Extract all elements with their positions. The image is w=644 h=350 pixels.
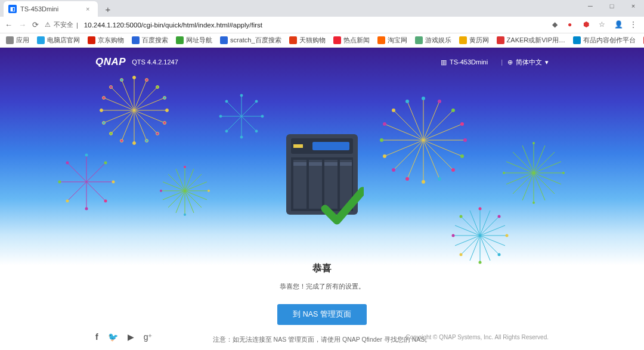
extension-icon[interactable]: ◆ xyxy=(552,20,562,30)
svg-point-83 xyxy=(225,100,228,103)
svg-point-108 xyxy=(438,177,441,181)
bookmark-favicon xyxy=(459,36,467,44)
svg-point-75 xyxy=(240,94,243,97)
congrats-title: 恭喜 xyxy=(0,262,644,275)
svg-point-115 xyxy=(383,122,386,126)
firework-decoration xyxy=(215,89,268,143)
window-maximize-icon[interactable]: □ xyxy=(605,2,619,10)
tab-close-icon[interactable]: × xyxy=(86,5,93,13)
window-close-icon[interactable]: × xyxy=(626,2,640,10)
divider: | xyxy=(501,58,503,66)
bookmark-favicon xyxy=(176,36,184,44)
svg-line-55 xyxy=(168,174,185,191)
svg-line-2 xyxy=(134,87,157,110)
bookmark-item[interactable]: ZAKER或新VIP用… xyxy=(497,36,565,45)
svg-point-42 xyxy=(85,207,88,210)
window-minimize-icon[interactable]: ─ xyxy=(583,2,597,10)
bookmark-label: 淘宝网 xyxy=(388,36,407,45)
svg-line-36 xyxy=(86,182,106,201)
svg-point-159 xyxy=(460,215,463,218)
svg-rect-163 xyxy=(293,144,303,148)
svg-point-66 xyxy=(184,213,186,216)
watermark: 值 什么值得买 xyxy=(571,325,636,344)
bookmark-item[interactable]: 网址导航 xyxy=(176,36,212,45)
language-selector[interactable]: ⊕ 简体中文 ▾ xyxy=(507,58,549,67)
firework-decoration xyxy=(447,203,513,268)
bookmark-item[interactable]: 有品内容创作平台 xyxy=(573,36,636,45)
bookmark-item[interactable]: 热点新闻 xyxy=(333,36,370,45)
bookmark-item[interactable]: 淘宝网 xyxy=(377,36,407,45)
svg-point-73 xyxy=(240,136,243,138)
svg-point-17 xyxy=(145,79,148,82)
nav-forward-icon[interactable]: → xyxy=(18,20,26,29)
bookmark-favicon xyxy=(377,36,385,44)
svg-point-29 xyxy=(103,97,106,100)
firework-decoration xyxy=(373,89,474,191)
svg-point-43 xyxy=(85,154,88,157)
svg-point-133 xyxy=(503,172,505,174)
extension-icon[interactable]: ● xyxy=(568,20,577,30)
svg-line-54 xyxy=(185,174,202,191)
svg-line-90 xyxy=(423,110,453,140)
star-icon[interactable]: ☆ xyxy=(599,20,608,30)
svg-point-47 xyxy=(66,162,69,165)
bookmark-item[interactable]: 游戏娱乐 xyxy=(415,36,451,45)
new-tab-button[interactable]: + xyxy=(101,2,114,16)
security-text: 不安全 xyxy=(54,20,73,29)
svg-line-142 xyxy=(480,216,499,236)
congrats-subtitle: 恭喜您！完成了所有的设置。 xyxy=(0,282,644,291)
svg-line-122 xyxy=(534,152,555,173)
bookmark-favicon xyxy=(573,36,581,44)
svg-point-65 xyxy=(160,190,162,192)
bookmark-item[interactable]: 京东购物 xyxy=(88,36,124,45)
svg-point-25 xyxy=(120,140,123,143)
language-text: 简体中文 xyxy=(516,58,542,67)
googleplus-icon[interactable]: g⁺ xyxy=(144,332,153,342)
security-indicator[interactable]: ⚠ 不安全 | xyxy=(45,20,78,29)
svg-point-15 xyxy=(110,86,113,89)
profile-icon[interactable]: 👤 xyxy=(614,20,624,30)
facebook-icon[interactable]: f xyxy=(95,332,98,342)
menu-icon[interactable]: ⋮ xyxy=(630,20,639,30)
svg-point-11 xyxy=(110,132,113,135)
svg-line-37 xyxy=(67,182,86,201)
svg-rect-167 xyxy=(324,160,338,209)
svg-point-40 xyxy=(112,181,115,184)
youtube-icon[interactable]: ▶ xyxy=(128,332,134,342)
bookmark-label: 网址导航 xyxy=(186,36,212,45)
twitter-icon[interactable]: 🐦 xyxy=(108,332,118,342)
svg-point-79 xyxy=(225,130,228,132)
adblock-icon[interactable]: ⬢ xyxy=(583,20,593,30)
svg-point-45 xyxy=(66,200,69,203)
nas-icon: ▥ xyxy=(441,58,447,66)
bookmark-item[interactable]: 百度搜索 xyxy=(132,36,168,45)
nav-back-icon[interactable]: ← xyxy=(5,20,13,29)
browser-tab[interactable]: ◧ TS-453Dmini × xyxy=(4,1,98,17)
bookmark-label: 黄历网 xyxy=(469,36,489,45)
svg-rect-172 xyxy=(340,162,352,166)
svg-line-82 xyxy=(227,101,242,116)
nav-reload-icon[interactable]: ⟳ xyxy=(32,20,39,29)
qnap-setup-complete-page: QNAP QTS 4.4.2.1247 ▥ TS-453Dmini | ⊕ 简体… xyxy=(0,48,644,350)
svg-line-120 xyxy=(534,173,555,194)
svg-line-89 xyxy=(394,140,423,170)
apps-button[interactable]: 应用 xyxy=(6,36,29,45)
bookmark-item[interactable]: scratch_百度搜索 xyxy=(220,36,281,45)
svg-point-3 xyxy=(156,86,159,89)
bookmark-label: 京东购物 xyxy=(98,36,124,45)
svg-point-67 xyxy=(184,166,186,168)
go-to-nas-admin-button[interactable]: 到 NAS 管理页面 xyxy=(277,304,367,325)
svg-rect-166 xyxy=(309,160,322,209)
svg-rect-165 xyxy=(293,160,306,209)
svg-point-132 xyxy=(562,172,565,174)
nas-name-indicator[interactable]: ▥ TS-453Dmini xyxy=(441,58,488,66)
svg-line-53 xyxy=(168,191,185,207)
bookmark-item[interactable]: 天猫购物 xyxy=(289,36,326,45)
bookmark-item[interactable]: 电脑店官网 xyxy=(37,36,80,45)
url-text[interactable]: 10.244.1.120:5000/cgi-bin/quick/html/ind… xyxy=(84,21,262,29)
svg-line-140 xyxy=(480,236,499,255)
svg-line-76 xyxy=(242,116,256,131)
bookmark-favicon xyxy=(37,36,45,44)
svg-line-10 xyxy=(111,110,134,134)
bookmark-item[interactable]: 黄历网 xyxy=(459,36,489,45)
